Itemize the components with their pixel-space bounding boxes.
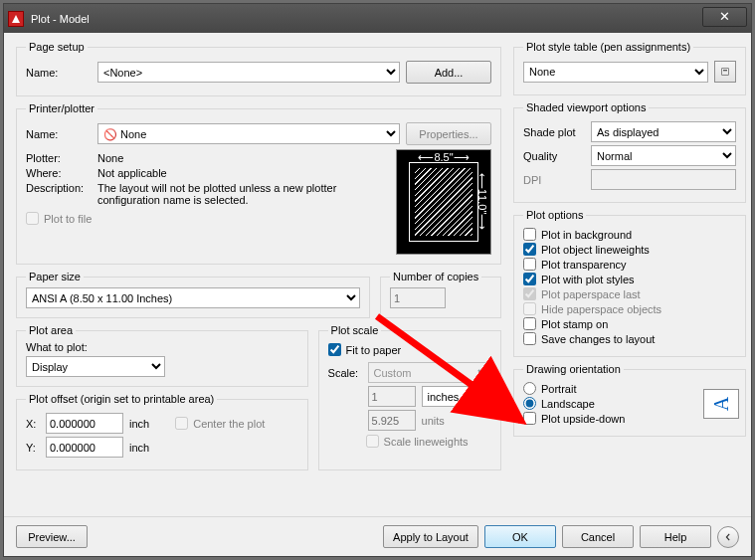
save-changes-checkbox[interactable] (523, 332, 536, 345)
hide-paperspace-checkbox[interactable] (523, 302, 536, 315)
desc-value: The layout will not be plotted unless a … (97, 182, 388, 206)
desc-label: Description: (26, 182, 92, 194)
fit-to-paper-checkbox[interactable] (328, 343, 341, 356)
ok-button[interactable]: OK (484, 525, 556, 548)
copies-input[interactable] (390, 287, 446, 308)
landscape-radio[interactable] (523, 397, 536, 410)
scale-units-label: units (422, 415, 445, 427)
svg-rect-1 (723, 70, 727, 71)
plot-lineweights-checkbox[interactable] (523, 243, 536, 256)
center-plot-label: Center the plot (193, 418, 265, 430)
page-setup-add-button[interactable]: Add... (406, 61, 491, 84)
hide-paperspace-label: Hide paperspace objects (541, 303, 661, 315)
paper-size-legend: Paper size (26, 271, 84, 282)
plot-stamp-checkbox[interactable] (523, 317, 536, 330)
expand-button[interactable] (717, 526, 739, 548)
plot-background-label: Plot in background (541, 229, 632, 241)
scale-lineweights-label: Scale lineweights (384, 436, 469, 448)
upside-down-checkbox[interactable] (523, 412, 536, 425)
plot-offset-group: Plot offset (origin set to printable are… (16, 393, 308, 470)
page-setup-name-label: Name: (26, 67, 92, 79)
scale-eq: = (485, 391, 491, 403)
shade-plot-label: Shade plot (523, 126, 585, 138)
portrait-radio[interactable] (523, 382, 536, 395)
what-to-plot-select[interactable]: Display (26, 356, 165, 377)
offset-x-input[interactable] (46, 413, 123, 434)
save-changes-label: Save changes to layout (541, 333, 655, 345)
scale-num-input[interactable] (368, 386, 416, 407)
where-label: Where: (26, 167, 92, 179)
plot-transparency-checkbox[interactable] (523, 258, 536, 271)
page-setup-legend: Page setup (26, 41, 88, 53)
center-plot-checkbox[interactable] (175, 417, 188, 430)
plot-scale-legend: Plot scale (328, 324, 382, 336)
help-button[interactable]: Help (640, 525, 711, 548)
shade-plot-select[interactable]: As displayed (591, 121, 736, 142)
portrait-label: Portrait (541, 383, 576, 395)
where-value: Not applicable (97, 167, 167, 179)
plot-styles-checkbox[interactable] (523, 273, 536, 285)
offset-y-input[interactable] (46, 437, 123, 458)
close-button[interactable]: ✕ (702, 7, 747, 27)
plotter-label: Plotter: (26, 152, 92, 164)
plot-to-file-label: Plot to file (44, 213, 92, 225)
offset-y-unit: inch (129, 442, 149, 454)
plot-to-file-checkbox[interactable] (26, 212, 39, 225)
style-table-legend: Plot style table (pen assignments) (523, 41, 693, 53)
page-setup-group: Page setup Name: <None> Add... (16, 41, 501, 96)
plot-scale-group: Plot scale Fit to paper Scale: Custom in… (318, 324, 501, 470)
plot-stamp-label: Plot stamp on (541, 318, 608, 330)
orientation-icon: A (703, 389, 739, 419)
preview-button[interactable]: Preview... (16, 525, 88, 548)
dpi-input[interactable] (591, 169, 736, 190)
copies-group: Number of copies (380, 271, 501, 318)
plot-dialog: Plot - Model ✕ Page setup Name: <None> A… (3, 3, 752, 557)
plot-background-checkbox[interactable] (523, 228, 536, 241)
plot-transparency-label: Plot transparency (541, 259, 627, 271)
page-setup-name-select[interactable]: <None> (97, 62, 400, 83)
landscape-label: Landscape (541, 398, 595, 410)
shaded-viewport-group: Shaded viewport options Shade plotAs dis… (513, 101, 746, 203)
orientation-group: Drawing orientation Portrait Landscape P… (513, 363, 746, 437)
printer-name-label: Name: (26, 128, 92, 140)
window-title: Plot - Model (31, 13, 702, 25)
upside-down-label: Plot upside-down (541, 413, 625, 425)
what-to-plot-label: What to plot: (26, 341, 298, 353)
scale-label: Scale: (328, 367, 362, 379)
style-table-edit-button[interactable] (714, 61, 736, 83)
plot-lineweights-label: Plot object lineweights (541, 244, 650, 256)
quality-select[interactable]: Normal (591, 145, 736, 166)
plot-options-legend: Plot options (523, 209, 586, 221)
offset-x-unit: inch (129, 418, 149, 430)
svg-rect-0 (722, 69, 729, 76)
printer-properties-button[interactable]: Properties... (406, 122, 491, 145)
plot-area-group: Plot area What to plot: Display (16, 324, 308, 387)
dialog-footer: Preview... Apply to Layout OK Cancel Hel… (4, 516, 751, 556)
plotter-value: None (97, 152, 123, 164)
scale-select[interactable]: Custom (368, 362, 491, 383)
apply-layout-button[interactable]: Apply to Layout (383, 525, 478, 548)
cancel-button[interactable]: Cancel (562, 525, 634, 548)
paper-size-group: Paper size ANSI A (8.50 x 11.00 Inches) (16, 271, 370, 318)
fit-to-paper-label: Fit to paper (346, 344, 402, 356)
plot-paperspace-label: Plot paperspace last (541, 288, 641, 300)
shaded-legend: Shaded viewport options (523, 101, 649, 113)
style-table-select[interactable]: None (523, 62, 708, 83)
style-table-group: Plot style table (pen assignments) None (513, 41, 746, 95)
chevron-left-icon (724, 532, 732, 542)
titlebar[interactable]: Plot - Model ✕ (4, 4, 751, 33)
dpi-label: DPI (523, 174, 585, 186)
paper-preview: ⟵8.5"⟶ ⟵11.0"⟶ (396, 149, 491, 255)
quality-label: Quality (523, 150, 585, 162)
scale-unit-select[interactable]: inches (422, 386, 479, 407)
copies-legend: Number of copies (390, 271, 481, 282)
paper-size-select[interactable]: ANSI A (8.50 x 11.00 Inches) (26, 287, 360, 308)
printer-name-select[interactable]: 🚫 None (97, 123, 400, 144)
printer-group: Printer/plotter Name: 🚫 None Properties.… (16, 102, 501, 265)
plot-options-group: Plot options Plot in background Plot obj… (513, 209, 746, 357)
scale-lineweights-checkbox[interactable] (366, 435, 379, 448)
plot-paperspace-checkbox[interactable] (523, 287, 536, 300)
scale-den-input[interactable] (368, 410, 416, 431)
plot-styles-label: Plot with plot styles (541, 274, 635, 285)
plot-offset-legend: Plot offset (origin set to printable are… (26, 393, 217, 405)
